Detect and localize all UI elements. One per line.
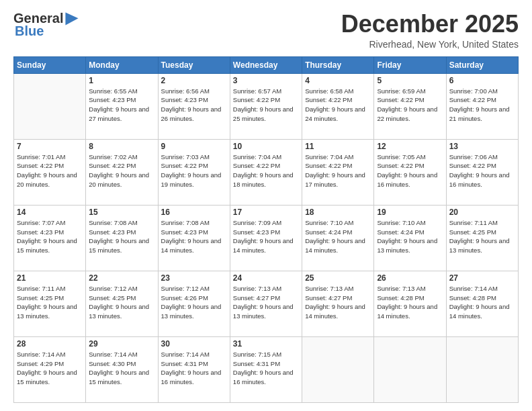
sunrise-text: Sunrise: 7:12 AM bbox=[161, 285, 210, 292]
daylight-text: Daylight: 9 hours and 13 minutes. bbox=[17, 303, 77, 320]
daylight-text: Daylight: 9 hours and 14 minutes. bbox=[305, 237, 365, 254]
day-info: Sunrise: 6:56 AM Sunset: 4:23 PM Dayligh… bbox=[161, 87, 227, 124]
day-number: 22 bbox=[89, 273, 154, 283]
table-row: 10 Sunrise: 7:04 AM Sunset: 4:22 PM Dayl… bbox=[230, 139, 302, 205]
table-row: 11 Sunrise: 7:04 AM Sunset: 4:22 PM Dayl… bbox=[302, 139, 374, 205]
daylight-text: Daylight: 9 hours and 15 minutes. bbox=[17, 237, 77, 254]
table-row: 30 Sunrise: 7:14 AM Sunset: 4:31 PM Dayl… bbox=[158, 336, 230, 402]
sunset-text: Sunset: 4:28 PM bbox=[449, 294, 496, 302]
sunrise-text: Sunrise: 7:04 AM bbox=[305, 153, 353, 161]
sunrise-text: Sunrise: 6:57 AM bbox=[233, 87, 281, 95]
sunrise-text: Sunrise: 6:55 AM bbox=[89, 87, 137, 95]
day-number: 29 bbox=[89, 339, 154, 349]
table-row: 15 Sunrise: 7:08 AM Sunset: 4:23 PM Dayl… bbox=[86, 205, 158, 271]
day-info: Sunrise: 7:10 AM Sunset: 4:24 PM Dayligh… bbox=[305, 218, 371, 255]
table-row: 12 Sunrise: 7:05 AM Sunset: 4:22 PM Dayl… bbox=[374, 139, 446, 205]
location: Riverhead, New York, United States bbox=[341, 39, 519, 50]
daylight-text: Daylight: 9 hours and 13 minutes. bbox=[89, 303, 149, 320]
day-number: 16 bbox=[161, 208, 227, 217]
sunset-text: Sunset: 4:23 PM bbox=[161, 96, 208, 103]
sunrise-text: Sunrise: 7:10 AM bbox=[377, 219, 425, 226]
day-number: 8 bbox=[89, 142, 154, 151]
calendar-week-row: 21 Sunrise: 7:11 AM Sunset: 4:25 PM Dayl… bbox=[14, 271, 519, 336]
header: General Blue December 2025 Riverhead, Ne… bbox=[13, 11, 519, 50]
sunset-text: Sunset: 4:22 PM bbox=[17, 162, 64, 169]
day-number: 10 bbox=[233, 142, 299, 151]
logo: General Blue bbox=[13, 11, 79, 39]
table-row: 5 Sunrise: 6:59 AM Sunset: 4:22 PM Dayli… bbox=[374, 73, 446, 139]
daylight-text: Daylight: 9 hours and 15 minutes. bbox=[17, 369, 77, 385]
table-row: 2 Sunrise: 6:56 AM Sunset: 4:23 PM Dayli… bbox=[158, 73, 230, 139]
day-number: 7 bbox=[17, 142, 83, 151]
day-info: Sunrise: 7:01 AM Sunset: 4:22 PM Dayligh… bbox=[17, 152, 83, 189]
day-info: Sunrise: 7:14 AM Sunset: 4:30 PM Dayligh… bbox=[89, 350, 154, 387]
sunset-text: Sunset: 4:26 PM bbox=[161, 294, 208, 302]
day-info: Sunrise: 7:11 AM Sunset: 4:25 PM Dayligh… bbox=[449, 218, 515, 255]
day-info: Sunrise: 7:10 AM Sunset: 4:24 PM Dayligh… bbox=[377, 218, 443, 255]
sunset-text: Sunset: 4:22 PM bbox=[449, 162, 496, 169]
daylight-text: Daylight: 9 hours and 25 minutes. bbox=[233, 105, 294, 122]
day-number: 14 bbox=[17, 208, 83, 217]
sunset-text: Sunset: 4:31 PM bbox=[161, 360, 208, 367]
sunset-text: Sunset: 4:22 PM bbox=[233, 96, 280, 103]
sunrise-text: Sunrise: 7:11 AM bbox=[17, 285, 65, 292]
daylight-text: Daylight: 9 hours and 19 minutes. bbox=[161, 171, 222, 188]
sunset-text: Sunset: 4:22 PM bbox=[305, 96, 352, 103]
calendar-week-row: 14 Sunrise: 7:07 AM Sunset: 4:23 PM Dayl… bbox=[14, 205, 519, 271]
day-info: Sunrise: 7:14 AM Sunset: 4:31 PM Dayligh… bbox=[161, 350, 227, 387]
sunrise-text: Sunrise: 7:03 AM bbox=[161, 153, 210, 161]
table-row bbox=[14, 73, 86, 139]
daylight-text: Daylight: 9 hours and 16 minutes. bbox=[233, 369, 294, 385]
table-row bbox=[374, 336, 446, 402]
sunrise-text: Sunrise: 7:15 AM bbox=[233, 351, 281, 358]
day-number: 15 bbox=[89, 208, 154, 217]
sunrise-text: Sunrise: 7:04 AM bbox=[233, 153, 281, 161]
sunrise-text: Sunrise: 7:07 AM bbox=[17, 219, 65, 226]
table-row: 21 Sunrise: 7:11 AM Sunset: 4:25 PM Dayl… bbox=[14, 271, 86, 336]
day-number: 19 bbox=[377, 208, 443, 217]
day-info: Sunrise: 7:08 AM Sunset: 4:23 PM Dayligh… bbox=[161, 218, 227, 255]
sunrise-text: Sunrise: 7:00 AM bbox=[449, 87, 498, 95]
sunset-text: Sunset: 4:29 PM bbox=[17, 360, 64, 367]
day-info: Sunrise: 7:13 AM Sunset: 4:28 PM Dayligh… bbox=[377, 284, 443, 321]
day-info: Sunrise: 7:12 AM Sunset: 4:26 PM Dayligh… bbox=[161, 284, 227, 321]
daylight-text: Daylight: 9 hours and 13 minutes. bbox=[161, 303, 222, 320]
day-number: 24 bbox=[233, 273, 299, 283]
daylight-text: Daylight: 9 hours and 13 minutes. bbox=[233, 303, 294, 320]
sunset-text: Sunset: 4:23 PM bbox=[89, 96, 136, 103]
day-number: 28 bbox=[17, 339, 83, 349]
table-row: 3 Sunrise: 6:57 AM Sunset: 4:22 PM Dayli… bbox=[230, 73, 302, 139]
day-number: 11 bbox=[305, 142, 371, 151]
sunset-text: Sunset: 4:27 PM bbox=[233, 294, 280, 302]
sunrise-text: Sunrise: 7:01 AM bbox=[17, 153, 65, 161]
sunrise-text: Sunrise: 7:06 AM bbox=[449, 153, 498, 161]
day-number: 26 bbox=[377, 273, 443, 283]
table-row: 9 Sunrise: 7:03 AM Sunset: 4:22 PM Dayli… bbox=[158, 139, 230, 205]
day-info: Sunrise: 7:08 AM Sunset: 4:23 PM Dayligh… bbox=[89, 218, 154, 255]
table-row: 6 Sunrise: 7:00 AM Sunset: 4:22 PM Dayli… bbox=[446, 73, 518, 139]
header-sunday: Sunday bbox=[14, 56, 86, 73]
daylight-text: Daylight: 9 hours and 14 minutes. bbox=[161, 237, 222, 254]
sunset-text: Sunset: 4:25 PM bbox=[17, 294, 64, 302]
day-info: Sunrise: 7:05 AM Sunset: 4:22 PM Dayligh… bbox=[377, 152, 443, 189]
day-info: Sunrise: 7:13 AM Sunset: 4:27 PM Dayligh… bbox=[305, 284, 371, 321]
title-block: December 2025 Riverhead, New York, Unite… bbox=[341, 11, 519, 50]
day-number: 17 bbox=[233, 208, 299, 217]
day-number: 30 bbox=[161, 339, 227, 349]
day-number: 18 bbox=[305, 208, 371, 217]
daylight-text: Daylight: 9 hours and 18 minutes. bbox=[233, 171, 294, 188]
day-info: Sunrise: 7:13 AM Sunset: 4:27 PM Dayligh… bbox=[233, 284, 299, 321]
sunrise-text: Sunrise: 7:12 AM bbox=[89, 285, 137, 292]
daylight-text: Daylight: 9 hours and 20 minutes. bbox=[89, 171, 149, 188]
daylight-text: Daylight: 9 hours and 14 minutes. bbox=[449, 303, 510, 320]
daylight-text: Daylight: 9 hours and 14 minutes. bbox=[377, 303, 437, 320]
sunset-text: Sunset: 4:24 PM bbox=[377, 228, 424, 236]
day-number: 23 bbox=[161, 273, 227, 283]
sunset-text: Sunset: 4:30 PM bbox=[89, 360, 136, 367]
table-row: 27 Sunrise: 7:14 AM Sunset: 4:28 PM Dayl… bbox=[446, 271, 518, 336]
sunrise-text: Sunrise: 7:13 AM bbox=[305, 285, 353, 292]
sunrise-text: Sunrise: 7:05 AM bbox=[377, 153, 425, 161]
day-info: Sunrise: 7:00 AM Sunset: 4:22 PM Dayligh… bbox=[449, 87, 515, 124]
daylight-text: Daylight: 9 hours and 20 minutes. bbox=[17, 171, 77, 188]
sunrise-text: Sunrise: 7:14 AM bbox=[449, 285, 498, 292]
